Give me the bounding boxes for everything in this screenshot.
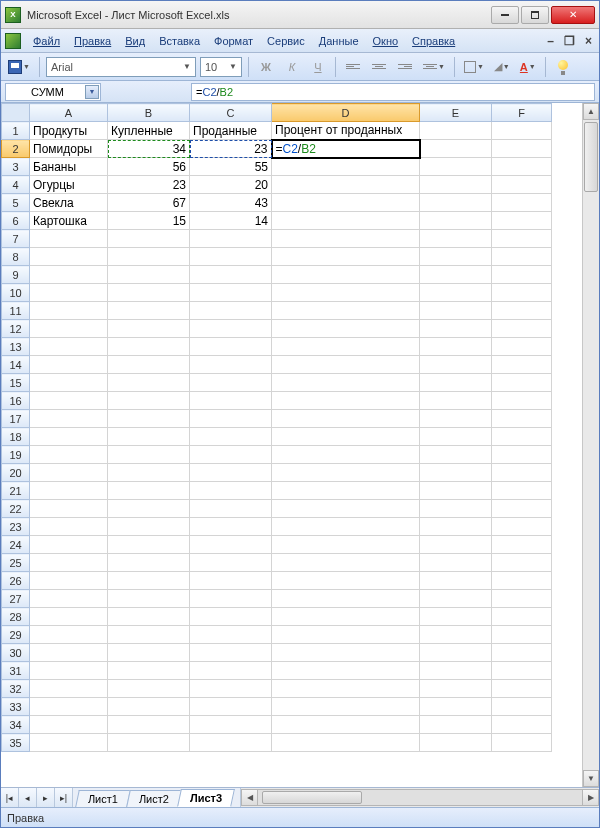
cell[interactable]: [190, 446, 272, 464]
cell[interactable]: [108, 284, 190, 302]
cell[interactable]: [190, 734, 272, 752]
row-header[interactable]: 3: [2, 158, 30, 176]
row-header[interactable]: 7: [2, 230, 30, 248]
cell[interactable]: 55: [190, 158, 272, 176]
doc-minimize-button[interactable]: –: [544, 34, 557, 48]
cell[interactable]: [30, 410, 108, 428]
cell[interactable]: [492, 572, 552, 590]
row-header[interactable]: 5: [2, 194, 30, 212]
row-header[interactable]: 4: [2, 176, 30, 194]
cell[interactable]: [108, 230, 190, 248]
cell[interactable]: [108, 716, 190, 734]
minimize-button[interactable]: [491, 6, 519, 24]
cell[interactable]: [492, 734, 552, 752]
row-header[interactable]: 30: [2, 644, 30, 662]
cell[interactable]: [272, 410, 420, 428]
cell[interactable]: [420, 320, 492, 338]
tab-last-button[interactable]: ▸|: [55, 788, 73, 807]
save-button[interactable]: ▼: [5, 56, 33, 78]
cell[interactable]: [272, 212, 420, 230]
cell[interactable]: 15: [108, 212, 190, 230]
row-header[interactable]: 2: [2, 140, 30, 158]
cell[interactable]: [272, 734, 420, 752]
cell[interactable]: [420, 626, 492, 644]
cell[interactable]: Купленные: [108, 122, 190, 140]
fill-color-button[interactable]: ◢▼: [491, 56, 513, 78]
cell[interactable]: [108, 374, 190, 392]
cell[interactable]: [272, 194, 420, 212]
cell[interactable]: [420, 140, 492, 158]
row-header[interactable]: 1: [2, 122, 30, 140]
cell[interactable]: [108, 590, 190, 608]
cell[interactable]: Процент от проданных: [272, 122, 420, 140]
cell[interactable]: 14: [190, 212, 272, 230]
cell[interactable]: [190, 662, 272, 680]
cell[interactable]: [108, 338, 190, 356]
cell[interactable]: [190, 410, 272, 428]
cell[interactable]: Помидоры: [30, 140, 108, 158]
select-all-corner[interactable]: [2, 104, 30, 122]
cell[interactable]: [30, 590, 108, 608]
cell[interactable]: [272, 158, 420, 176]
cell[interactable]: [492, 500, 552, 518]
cell[interactable]: [420, 698, 492, 716]
align-center-button[interactable]: [368, 56, 390, 78]
row-header[interactable]: 24: [2, 536, 30, 554]
hscroll-thumb[interactable]: [262, 791, 362, 804]
cell[interactable]: [190, 284, 272, 302]
cell[interactable]: [492, 626, 552, 644]
menu-insert[interactable]: Вставка: [153, 33, 206, 49]
borders-button[interactable]: ▼: [461, 56, 487, 78]
cell[interactable]: [492, 230, 552, 248]
hscroll-track[interactable]: [258, 789, 582, 806]
underline-button[interactable]: Ч: [307, 56, 329, 78]
cell[interactable]: [272, 626, 420, 644]
cell[interactable]: [30, 446, 108, 464]
cell[interactable]: [190, 626, 272, 644]
cell[interactable]: [190, 536, 272, 554]
cell[interactable]: [420, 176, 492, 194]
cell[interactable]: [190, 716, 272, 734]
cell[interactable]: [272, 446, 420, 464]
row-header[interactable]: 28: [2, 608, 30, 626]
tab-first-button[interactable]: |◂: [1, 788, 19, 807]
cell[interactable]: [190, 680, 272, 698]
cell[interactable]: [108, 680, 190, 698]
cell[interactable]: [30, 734, 108, 752]
cell[interactable]: [190, 302, 272, 320]
cell[interactable]: [190, 608, 272, 626]
cell[interactable]: [30, 554, 108, 572]
cell[interactable]: [272, 716, 420, 734]
cell[interactable]: [492, 392, 552, 410]
cell[interactable]: Продкуты: [30, 122, 108, 140]
col-header-f[interactable]: F: [492, 104, 552, 122]
cell[interactable]: [108, 626, 190, 644]
cell[interactable]: [108, 266, 190, 284]
cell[interactable]: [420, 356, 492, 374]
spreadsheet-grid[interactable]: A B C D E F 1ПродкутыКупленныеПроданныеП…: [1, 103, 552, 752]
scroll-right-button[interactable]: ▶: [582, 789, 599, 806]
cell[interactable]: [108, 446, 190, 464]
row-header[interactable]: 14: [2, 356, 30, 374]
cell[interactable]: [420, 428, 492, 446]
cell[interactable]: [108, 644, 190, 662]
cell[interactable]: [108, 518, 190, 536]
cell[interactable]: [272, 428, 420, 446]
cell[interactable]: [30, 626, 108, 644]
scroll-left-button[interactable]: ◀: [241, 789, 258, 806]
cell[interactable]: [272, 518, 420, 536]
cell[interactable]: [420, 608, 492, 626]
cell[interactable]: [30, 230, 108, 248]
cell[interactable]: [492, 482, 552, 500]
cell[interactable]: [420, 500, 492, 518]
row-header[interactable]: 25: [2, 554, 30, 572]
row-header[interactable]: 20: [2, 464, 30, 482]
cell[interactable]: [108, 464, 190, 482]
sheet-tab-3[interactable]: Лист3: [177, 789, 235, 807]
cell[interactable]: [420, 590, 492, 608]
cell[interactable]: [190, 320, 272, 338]
cell[interactable]: [492, 716, 552, 734]
cell[interactable]: 43: [190, 194, 272, 212]
cell[interactable]: [108, 410, 190, 428]
cell[interactable]: [272, 464, 420, 482]
